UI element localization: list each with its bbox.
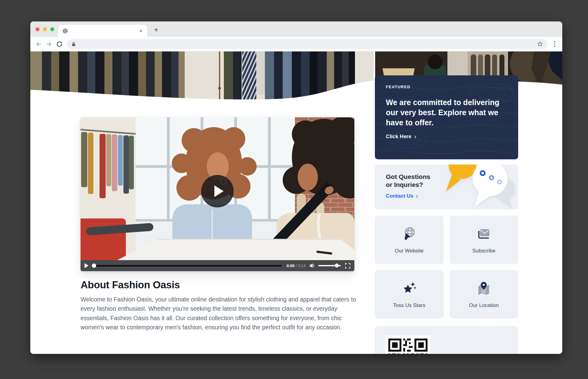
toss-us-stars-card[interactable]: Toss Us Stars <box>375 270 443 319</box>
duration: 0:14 <box>298 263 306 268</box>
bookmark-star-icon[interactable] <box>537 41 543 47</box>
qr-code <box>388 339 428 354</box>
star-sparkles-icon <box>401 281 417 296</box>
featured-eyebrow: FEATURED <box>386 85 507 89</box>
video-controls: 0:00 / 0:14 <box>81 260 354 271</box>
inquiries-card: Got Questions or Inquries? Contact Us › <box>375 165 518 209</box>
forward-arrow-icon <box>46 41 52 47</box>
zoom-window-button[interactable] <box>50 27 54 31</box>
featured-cta-label: Click Here <box>386 134 411 140</box>
contact-us-link[interactable]: Contact Us › <box>386 193 518 199</box>
main-content: 0:00 / 0:14 About Fashion Oasis <box>81 117 354 332</box>
map-pin-icon <box>476 281 492 296</box>
sidebar: FEATURED We are committed to delivering … <box>375 75 518 354</box>
video-progress-bar[interactable] <box>93 265 282 267</box>
browser-menu-icon[interactable] <box>550 40 559 48</box>
browser-tab[interactable]: ✕ <box>58 25 147 37</box>
play-control-icon[interactable] <box>85 263 89 268</box>
lock-icon <box>71 42 76 47</box>
on-the-go-card: On the Go? <box>375 326 518 354</box>
back-button[interactable] <box>33 39 44 49</box>
browser-window: ✕ + <box>30 21 562 354</box>
subscribe-label: Subscribe <box>472 248 496 254</box>
favicon-globe-icon <box>62 28 68 34</box>
browser-toolbar <box>30 37 562 51</box>
subscribe-card[interactable]: Subscribe <box>450 216 518 264</box>
featured-card: FEATURED We are committed to delivering … <box>375 75 518 159</box>
tab-close-icon[interactable]: ✕ <box>139 29 143 33</box>
back-arrow-icon <box>35 41 42 47</box>
our-location-card[interactable]: Our Location <box>450 270 518 319</box>
globe-cursor-icon <box>401 226 417 241</box>
new-tab-button[interactable]: + <box>152 25 161 35</box>
contact-us-label: Contact Us <box>386 193 413 199</box>
inquiries-title-line1: Got Questions <box>386 173 518 181</box>
address-bar[interactable] <box>67 39 548 49</box>
featured-headline: We are committed to delivering our very … <box>386 97 507 128</box>
featured-cta[interactable]: Click Here › <box>386 134 507 140</box>
time-separator: / <box>296 263 297 268</box>
about-heading: About Fashion Oasis <box>81 279 354 291</box>
page-viewport: 0:00 / 0:14 About Fashion Oasis <box>30 51 562 354</box>
our-location-label: Our Location <box>469 302 499 309</box>
chevron-right-icon: › <box>414 134 416 139</box>
qr-code-box <box>385 335 431 354</box>
traffic-lights <box>36 27 54 31</box>
volume-slider[interactable] <box>318 265 341 267</box>
reload-icon <box>56 41 63 47</box>
our-website-card[interactable]: Our Website <box>375 216 443 264</box>
chevron-right-icon: › <box>416 193 418 198</box>
current-time: 0:00 <box>287 263 295 268</box>
toss-us-stars-label: Toss Us Stars <box>393 302 425 309</box>
close-window-button[interactable] <box>36 27 40 31</box>
on-the-go-title: On the Go? <box>458 353 488 354</box>
forward-button[interactable] <box>44 39 54 49</box>
play-icon <box>214 185 224 197</box>
volume-icon[interactable] <box>309 263 315 268</box>
inquiries-title-line2: or Inquries? <box>386 181 518 189</box>
minimize-window-button[interactable] <box>43 27 47 31</box>
play-button-overlay[interactable] <box>201 175 234 207</box>
video-player[interactable]: 0:00 / 0:14 <box>81 117 354 271</box>
video-time: 0:00 / 0:14 <box>287 263 306 268</box>
our-website-label: Our Website <box>395 248 424 254</box>
fullscreen-icon[interactable] <box>345 263 350 268</box>
quick-links-grid: Our Website Subscribe <box>375 216 518 319</box>
reload-button[interactable] <box>54 39 65 49</box>
tab-strip: ✕ + <box>30 21 562 37</box>
progress-thumb[interactable] <box>92 263 96 268</box>
envelope-icon <box>476 226 492 241</box>
volume-thumb[interactable] <box>335 263 339 267</box>
about-paragraph: Welcome to Fashion Oasis, your ultimate … <box>81 295 360 332</box>
